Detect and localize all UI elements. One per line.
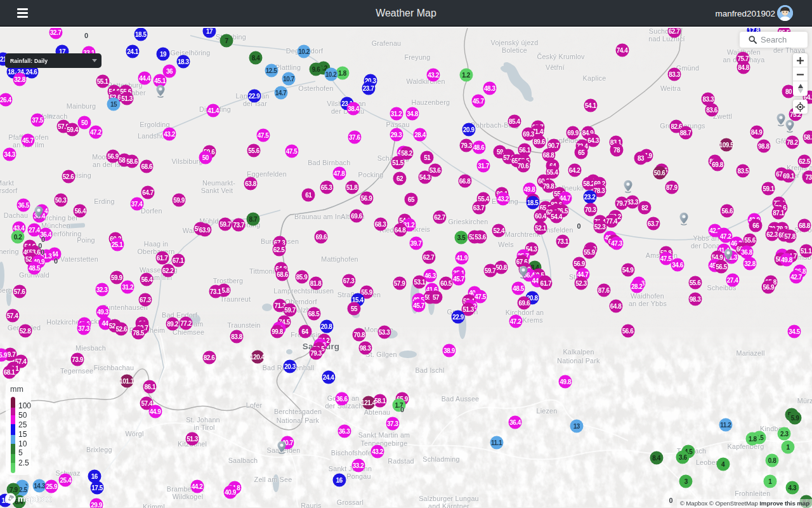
svg-text:mapbox: mapbox xyxy=(18,494,51,504)
